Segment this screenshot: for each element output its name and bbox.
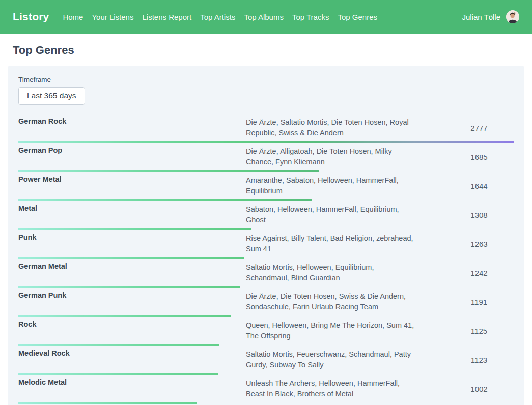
nav-item-listens-report[interactable]: Listens Report	[142, 13, 191, 21]
genre-listen-count: 2777	[444, 117, 514, 138]
genre-progress-bar-fill	[18, 286, 240, 288]
genre-progress-bar	[18, 315, 231, 317]
genre-progress-bar-fill	[18, 344, 219, 346]
genre-progress-bar-fill	[18, 315, 231, 317]
genre-progress-bar-fill	[18, 373, 218, 375]
genre-top-artists: Queen, Helloween, Bring Me The Horizon, …	[246, 320, 444, 341]
genre-name: German Rock	[18, 117, 246, 138]
genre-top-artists: Saltatio Mortis, Helloween, Equilibrium,…	[246, 262, 444, 283]
top-genres-card: Timeframe Last 365 days German Rock Die …	[8, 66, 524, 405]
genre-progress-bar-fill	[18, 257, 244, 259]
genre-name: German Punk	[18, 291, 246, 312]
genre-listen-count: 1685	[444, 146, 514, 167]
genre-listen-count: 1644	[444, 175, 514, 196]
genre-progress-bar	[18, 286, 240, 288]
top-navbar: Listory HomeYour ListensListens ReportTo…	[0, 0, 532, 34]
genre-progress-bar-fill	[18, 141, 514, 143]
user-avatar[interactable]	[506, 10, 519, 23]
genre-listen-count: 1123	[444, 349, 514, 370]
genre-progress-bar-fill	[18, 402, 197, 404]
genre-row: Power Metal Amaranthe, Sabaton, Hellowee…	[18, 171, 514, 200]
genre-top-artists: Sabaton, Helloween, HammerFall, Equilibr…	[246, 204, 444, 225]
user-name-label: Julian Tölle	[462, 13, 500, 21]
timeframe-select[interactable]: Last 365 days	[18, 87, 85, 105]
nav-item-top-artists[interactable]: Top Artists	[200, 13, 235, 21]
genre-progress-bar	[18, 344, 219, 346]
nav-item-your-listens[interactable]: Your Listens	[92, 13, 133, 21]
genre-row: Metal Sabaton, Helloween, HammerFall, Eq…	[18, 200, 514, 229]
genre-listen-count: 1263	[444, 233, 514, 254]
nav-item-top-albums[interactable]: Top Albums	[244, 13, 284, 21]
genre-name: Metal	[18, 204, 246, 225]
page-title: Top Genres	[13, 44, 519, 57]
genre-top-artists: Die Ärzte, Die Toten Hosen, Swiss & Die …	[246, 291, 444, 312]
genre-top-artists: Unleash The Archers, Helloween, HammerFa…	[246, 378, 444, 399]
genre-name: Power Metal	[18, 175, 246, 196]
genre-progress-bar	[18, 141, 514, 143]
genre-listen-count: 1002	[444, 378, 514, 399]
genre-row: German Rock Die Ärzte, Saltatio Mortis, …	[18, 113, 514, 142]
genre-row: Melodic Metal Unleash The Archers, Hello…	[18, 374, 514, 403]
genre-top-artists: Die Ärzte, Alligatoah, Die Toten Hosen, …	[246, 146, 444, 167]
genre-name: Melodic Metal	[18, 378, 246, 399]
genre-name: German Metal	[18, 262, 246, 283]
genre-top-artists: Rise Against, Billy Talent, Bad Religion…	[246, 233, 444, 254]
genre-listen-count: 1191	[444, 291, 514, 312]
genre-progress-bar-fill	[18, 228, 251, 230]
genre-listen-count: 1308	[444, 204, 514, 225]
genre-progress-bar	[18, 199, 312, 201]
genre-listen-count: 1125	[444, 320, 514, 341]
genre-row: Punk Rise Against, Billy Talent, Bad Rel…	[18, 229, 514, 258]
genre-name: German Pop	[18, 146, 246, 167]
genre-top-artists: Amaranthe, Sabaton, Helloween, HammerFal…	[246, 175, 444, 196]
genre-progress-bar	[18, 257, 244, 259]
genre-row: German Pop Die Ärzte, Alligatoah, Die To…	[18, 142, 514, 171]
nav-item-top-genres[interactable]: Top Genres	[338, 13, 377, 21]
genre-progress-bar-fill	[18, 170, 319, 172]
genre-progress-bar	[18, 373, 218, 375]
nav-links: HomeYour ListensListens ReportTop Artist…	[63, 13, 377, 21]
genre-name: Rock	[18, 320, 246, 341]
user-menu[interactable]: Julian Tölle	[462, 10, 519, 23]
genre-progress-bar	[18, 170, 319, 172]
genre-row: Rock Queen, Helloween, Bring Me The Hori…	[18, 316, 514, 345]
nav-item-top-tracks[interactable]: Top Tracks	[292, 13, 329, 21]
nav-item-home[interactable]: Home	[63, 13, 83, 21]
brand-logo[interactable]: Listory	[13, 11, 49, 23]
genre-progress-bar	[18, 402, 197, 404]
genre-listen-count: 1242	[444, 262, 514, 283]
genre-table: German Rock Die Ärzte, Saltatio Mortis, …	[18, 113, 514, 405]
timeframe-label: Timeframe	[18, 76, 514, 83]
genre-name: Punk	[18, 233, 246, 254]
genre-top-artists: Saltatio Mortis, Feuerschwanz, Schandmau…	[246, 349, 444, 370]
genre-top-artists: Die Ärzte, Saltatio Mortis, Die Toten Ho…	[246, 117, 444, 138]
genre-progress-bar-fill	[18, 199, 312, 201]
genre-row: German Punk Die Ärzte, Die Toten Hosen, …	[18, 287, 514, 316]
genre-progress-bar	[18, 228, 251, 230]
genre-row: Medieval Rock Saltatio Mortis, Feuerschw…	[18, 345, 514, 374]
user-photo-avatar-icon	[506, 10, 519, 23]
genre-row: German Metal Saltatio Mortis, Helloween,…	[18, 258, 514, 287]
genre-name: Medieval Rock	[18, 349, 246, 370]
